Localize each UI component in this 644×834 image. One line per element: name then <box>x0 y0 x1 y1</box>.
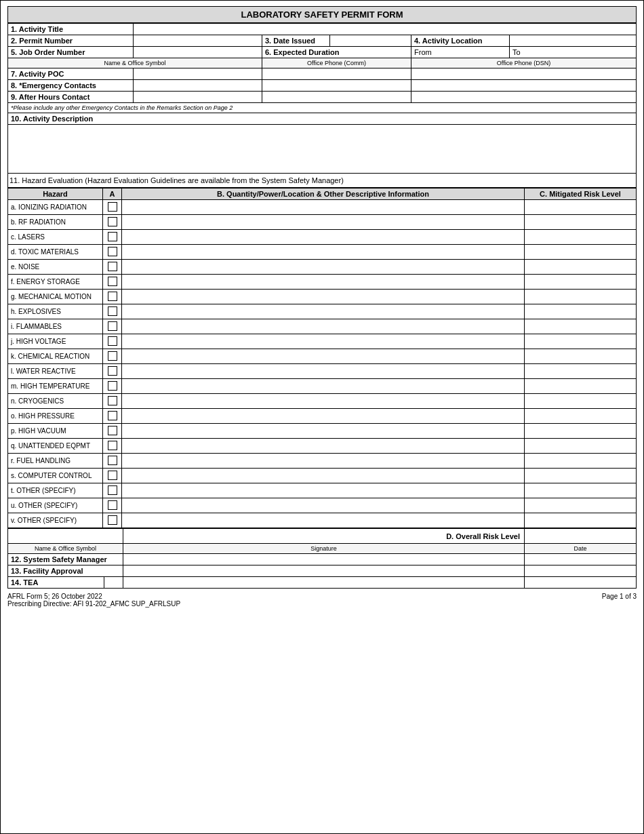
hazard-risk-input[interactable] <box>527 487 633 495</box>
emerg-comm-input[interactable] <box>265 81 408 90</box>
hazard-checkbox[interactable] <box>108 426 117 435</box>
hazard-risk-input[interactable] <box>527 338 633 346</box>
hazard-desc-input[interactable] <box>125 353 521 361</box>
job-order-input[interactable] <box>136 48 259 56</box>
hazard-checkbox-cell[interactable] <box>103 454 122 469</box>
hazard-checkbox-cell[interactable] <box>103 498 122 513</box>
hazard-checkbox[interactable] <box>108 336 117 346</box>
hazard-checkbox-cell[interactable] <box>103 304 122 319</box>
hazard-risk-input[interactable] <box>527 412 633 420</box>
hazard-desc-input[interactable] <box>125 397 521 405</box>
poc-name-input[interactable] <box>136 70 259 78</box>
hazard-checkbox[interactable] <box>108 500 117 510</box>
after-comm-input[interactable] <box>265 93 408 101</box>
hazard-checkbox[interactable] <box>108 411 117 420</box>
hazard-checkbox-cell[interactable] <box>103 245 122 260</box>
hazard-checkbox-cell[interactable] <box>103 200 122 215</box>
hazard-risk-input[interactable] <box>527 502 633 510</box>
system-safety-name-input[interactable] <box>126 555 521 563</box>
hazard-desc-input[interactable] <box>125 218 521 226</box>
hazard-checkbox-cell[interactable] <box>103 513 122 528</box>
hazard-desc-input[interactable] <box>125 517 521 525</box>
hazard-checkbox-cell[interactable] <box>103 260 122 275</box>
overall-risk-input[interactable] <box>527 532 633 540</box>
hazard-desc-input[interactable] <box>125 278 521 286</box>
hazard-desc-input[interactable] <box>125 233 521 241</box>
hazard-risk-input[interactable] <box>527 382 633 391</box>
hazard-checkbox[interactable] <box>108 262 117 271</box>
hazard-checkbox-cell[interactable] <box>103 349 122 364</box>
hazard-desc-input[interactable] <box>125 323 521 331</box>
hazard-checkbox-cell[interactable] <box>103 230 122 245</box>
hazard-checkbox-cell[interactable] <box>103 364 122 379</box>
hazard-checkbox-cell[interactable] <box>103 319 122 334</box>
hazard-checkbox-cell[interactable] <box>103 379 122 394</box>
hazard-checkbox[interactable] <box>108 217 117 226</box>
hazard-checkbox[interactable] <box>108 351 117 361</box>
permit-number-input[interactable] <box>136 37 259 45</box>
after-name-input[interactable] <box>136 93 259 101</box>
hazard-desc-input[interactable] <box>125 502 521 510</box>
hazard-checkbox-cell[interactable] <box>103 290 122 304</box>
hazard-checkbox[interactable] <box>108 441 117 450</box>
hazard-checkbox[interactable] <box>108 292 117 301</box>
hazard-checkbox[interactable] <box>108 366 117 376</box>
facility-approval-date-input[interactable] <box>527 567 633 575</box>
activity-location-input[interactable] <box>512 37 633 45</box>
hazard-desc-input[interactable] <box>125 412 521 420</box>
hazard-checkbox-cell[interactable] <box>103 424 122 439</box>
hazard-checkbox[interactable] <box>108 515 117 525</box>
hazard-desc-input[interactable] <box>125 457 521 465</box>
hazard-checkbox-cell[interactable] <box>103 469 122 483</box>
hazard-desc-input[interactable] <box>125 487 521 495</box>
hazard-checkbox[interactable] <box>108 396 117 405</box>
hazard-checkbox-cell[interactable] <box>103 275 122 290</box>
hazard-desc-input[interactable] <box>125 248 521 256</box>
hazard-checkbox[interactable] <box>108 277 117 286</box>
emerg-dsn-input[interactable] <box>414 81 633 90</box>
hazard-checkbox[interactable] <box>108 471 117 480</box>
hazard-desc-input[interactable] <box>125 293 521 301</box>
hazard-checkbox[interactable] <box>108 321 117 331</box>
after-dsn-input[interactable] <box>414 93 633 101</box>
hazard-checkbox-cell[interactable] <box>103 439 122 454</box>
hazard-checkbox[interactable] <box>108 247 117 256</box>
hazard-desc-input[interactable] <box>125 472 521 480</box>
hazard-checkbox-cell[interactable] <box>103 394 122 409</box>
hazard-checkbox-cell[interactable] <box>103 409 122 424</box>
hazard-desc-input[interactable] <box>125 308 521 316</box>
tea-name-input[interactable] <box>126 578 521 587</box>
hazard-desc-input[interactable] <box>125 338 521 346</box>
tea-input1[interactable] <box>40 578 101 587</box>
hazard-desc-input[interactable] <box>125 368 521 376</box>
hazard-risk-input[interactable] <box>527 353 633 361</box>
hazard-risk-input[interactable] <box>527 308 633 316</box>
hazard-risk-input[interactable] <box>527 293 633 301</box>
hazard-risk-input[interactable] <box>527 248 633 256</box>
hazard-risk-input[interactable] <box>527 203 633 212</box>
hazard-risk-input[interactable] <box>527 263 633 271</box>
hazard-checkbox[interactable] <box>108 381 117 391</box>
hazard-desc-input[interactable] <box>125 382 521 391</box>
hazard-risk-input[interactable] <box>527 218 633 226</box>
hazard-risk-input[interactable] <box>527 323 633 331</box>
hazard-risk-input[interactable] <box>527 472 633 480</box>
hazard-checkbox-cell[interactable] <box>103 334 122 349</box>
hazard-checkbox-cell[interactable] <box>103 215 122 230</box>
hazard-checkbox[interactable] <box>108 485 117 495</box>
hazard-risk-input[interactable] <box>527 368 633 376</box>
facility-approval-name-input[interactable] <box>126 567 521 575</box>
hazard-risk-input[interactable] <box>527 442 633 450</box>
hazard-checkbox[interactable] <box>108 202 117 212</box>
hazard-risk-input[interactable] <box>527 278 633 286</box>
activity-desc-textarea[interactable] <box>11 126 633 170</box>
from-input[interactable] <box>434 48 481 56</box>
hazard-risk-input[interactable] <box>527 397 633 405</box>
hazard-checkbox[interactable] <box>108 456 117 465</box>
poc-dsn-input[interactable] <box>414 70 633 78</box>
emerg-name-input[interactable] <box>136 81 259 90</box>
system-safety-date-input[interactable] <box>527 555 633 563</box>
hazard-desc-input[interactable] <box>125 427 521 435</box>
hazard-risk-input[interactable] <box>527 517 633 525</box>
hazard-desc-input[interactable] <box>125 203 521 212</box>
